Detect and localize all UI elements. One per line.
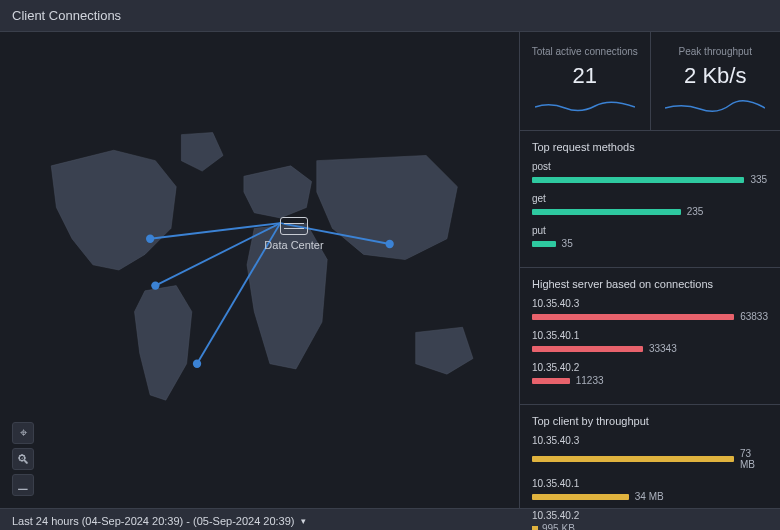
bar-container: 34 MB: [532, 491, 768, 502]
sparkline-icon: [665, 99, 765, 113]
section-clients: Top client by throughput 10.35.40.373 MB…: [520, 405, 780, 530]
bar-row: 10.35.40.133343: [532, 330, 768, 354]
stat-label: Total active connections: [530, 46, 640, 57]
bar-label: 10.35.40.1: [532, 330, 768, 341]
bar-value: 35: [562, 238, 573, 249]
side-panel: Total active connections 21 Peak through…: [520, 32, 780, 508]
zoom-in-icon: 🔍︎: [17, 452, 30, 467]
map-home-button[interactable]: ⌖: [12, 422, 34, 444]
bar-label: 10.35.40.2: [532, 510, 768, 521]
bar-value: 63833: [740, 311, 768, 322]
bar-row: get235: [532, 193, 768, 217]
bar-dot-icon: [532, 526, 538, 531]
bar-row: 10.35.40.2995 KB: [532, 510, 768, 530]
home-icon: ⌖: [20, 425, 27, 441]
section-title: Top client by throughput: [532, 415, 768, 427]
stat-peak-throughput: Peak throughput 2 Kb/s: [651, 32, 781, 130]
section-title: Highest server based on connections: [532, 278, 768, 290]
bar-container: 235: [532, 206, 768, 217]
svg-point-5: [151, 281, 159, 289]
zoom-out-icon: ⚊: [17, 478, 29, 493]
bar-fill: [532, 177, 744, 183]
map-panel: Data Center ⌖ 🔍︎ ⚊: [0, 32, 520, 508]
map-controls: ⌖ 🔍︎ ⚊: [12, 422, 34, 496]
map-zoom-out-button[interactable]: ⚊: [12, 474, 34, 496]
world-map-svg: [20, 82, 499, 458]
bar-fill: [532, 346, 643, 352]
section-servers: Highest server based on connections 10.3…: [520, 268, 780, 405]
section-title: Top request methods: [532, 141, 768, 153]
bar-row: 10.35.40.373 MB: [532, 435, 768, 470]
bar-value: 235: [687, 206, 704, 217]
stat-label: Peak throughput: [661, 46, 771, 57]
bar-label: put: [532, 225, 768, 236]
stat-value: 21: [530, 63, 640, 89]
bar-value: 335: [750, 174, 767, 185]
bar-fill: [532, 456, 734, 462]
main-content: Data Center ⌖ 🔍︎ ⚊ Total active connecti…: [0, 32, 780, 508]
bar-container: 63833: [532, 311, 768, 322]
bar-row: 10.35.40.211233: [532, 362, 768, 386]
datacenter-label: Data Center: [264, 239, 323, 251]
bar-row: put35: [532, 225, 768, 249]
bar-fill: [532, 378, 570, 384]
stat-value: 2 Kb/s: [661, 63, 771, 89]
bar-container: 73 MB: [532, 448, 768, 470]
bar-value: 34 MB: [635, 491, 664, 502]
bar-value: 73 MB: [740, 448, 768, 470]
bar-label: 10.35.40.3: [532, 435, 768, 446]
datacenter-icon: [280, 217, 308, 235]
chevron-down-icon: ▾: [301, 516, 306, 526]
bar-container: 11233: [532, 375, 768, 386]
svg-point-6: [193, 360, 201, 368]
bar-label: 10.35.40.2: [532, 362, 768, 373]
bar-fill: [532, 314, 734, 320]
bar-label: get: [532, 193, 768, 204]
svg-point-7: [385, 240, 393, 248]
bar-value: 995 KB: [532, 523, 768, 530]
bar-label: post: [532, 161, 768, 172]
datacenter-marker[interactable]: Data Center: [259, 217, 329, 251]
stat-active-connections: Total active connections 21: [520, 32, 651, 130]
svg-point-4: [146, 235, 154, 243]
bar-value: 11233: [576, 375, 604, 386]
time-range-label: Last 24 hours (04-Sep-2024 20:39) - (05-…: [12, 515, 295, 527]
bar-fill: [532, 241, 556, 247]
page-title: Client Connections: [12, 8, 121, 23]
bar-fill: [532, 494, 629, 500]
world-map[interactable]: [20, 82, 499, 458]
bar-row: post335: [532, 161, 768, 185]
bar-label: 10.35.40.1: [532, 478, 768, 489]
bar-value: 33343: [649, 343, 677, 354]
bar-container: 35: [532, 238, 768, 249]
bar-container: 335: [532, 174, 768, 185]
map-zoom-in-button[interactable]: 🔍︎: [12, 448, 34, 470]
page-header: Client Connections: [0, 0, 780, 32]
bar-fill: [532, 209, 681, 215]
sparkline-icon: [535, 99, 635, 113]
bar-container: 33343: [532, 343, 768, 354]
section-methods: Top request methods post335get235put35: [520, 131, 780, 268]
bar-row: 10.35.40.134 MB: [532, 478, 768, 502]
bar-label: 10.35.40.3: [532, 298, 768, 309]
stats-row: Total active connections 21 Peak through…: [520, 32, 780, 131]
bar-row: 10.35.40.363833: [532, 298, 768, 322]
